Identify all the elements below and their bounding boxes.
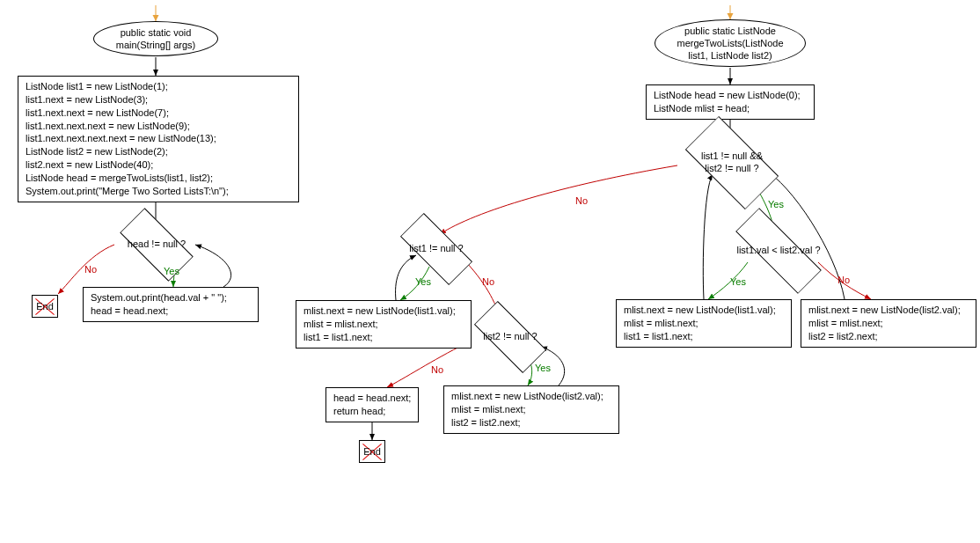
node-text: mlist.next = new ListNode(list2.val); ml… xyxy=(451,391,603,428)
node-text: head != null ? xyxy=(128,238,186,251)
node-merge-ellipse: public static ListNode mergeTwoLists(Lis… xyxy=(655,19,806,67)
node-return-rect: head = head.next; return head; xyxy=(325,387,419,422)
node-main-ellipse: public static void main(String[] args) xyxy=(93,21,218,56)
node-text: End xyxy=(36,301,54,312)
node-text: mlist.next = new ListNode(list1.val); ml… xyxy=(304,305,456,342)
node-list2-null-decision: list2 != null ? xyxy=(457,320,563,354)
node-text: ListNode head = new ListNode(0); ListNod… xyxy=(654,90,801,114)
node-end-merge: End xyxy=(359,440,385,463)
edge-label-yes: Yes xyxy=(164,266,179,276)
node-text: mlist.next = new ListNode(list2.val); ml… xyxy=(808,305,961,341)
node-text: public static ListNode mergeTwoLists(Lis… xyxy=(676,25,783,62)
node-append-list2-val-rect: mlist.next = new ListNode(list2.val); ml… xyxy=(801,299,976,348)
edge-label-yes: Yes xyxy=(535,363,551,373)
edge-label-no: No xyxy=(837,275,850,285)
edge-label-yes: Yes xyxy=(415,276,431,287)
node-text: System.out.print(head.val + " "); head =… xyxy=(91,292,227,316)
edge-label-yes: Yes xyxy=(768,199,784,209)
node-head-null-decision: head != null ? xyxy=(104,227,209,262)
edge-label-no: No xyxy=(575,195,588,206)
node-main-init-rect: ListNode list1 = new ListNode(1); list1.… xyxy=(18,76,299,202)
node-text: head = head.next; return head; xyxy=(333,393,411,416)
node-print-rect: System.out.print(head.val + " "); head =… xyxy=(83,287,259,322)
node-text: list2 != null ? xyxy=(483,331,537,343)
node-end-main: End xyxy=(32,295,58,318)
node-text: list1 != null && list2 != null ? xyxy=(701,150,763,175)
edge-label-yes: Yes xyxy=(730,276,746,287)
edge-label-no: No xyxy=(431,364,443,375)
edge-label-no: No xyxy=(84,264,97,275)
node-val-compare-decision: list1.val < list2.val ? xyxy=(711,234,846,268)
node-text: list1.val < list2.val ? xyxy=(736,245,820,257)
node-text: ListNode list1 = new ListNode(1); list1.… xyxy=(26,81,229,196)
edge-label-no: No xyxy=(482,276,494,287)
node-list2-remainder-rect: mlist.next = new ListNode(list2.val); ml… xyxy=(443,385,619,434)
node-text: End xyxy=(363,446,381,457)
node-text: list1 != null ? xyxy=(409,243,463,255)
node-list1-null-decision: list1 != null ? xyxy=(384,232,489,266)
node-list1-remainder-rect: mlist.next = new ListNode(list1.val); ml… xyxy=(296,300,472,349)
node-both-null-decision: list1 != null && list2 != null ? xyxy=(667,139,797,187)
node-text: mlist.next = new ListNode(list1.val); ml… xyxy=(624,305,776,341)
node-append-list1-val-rect: mlist.next = new ListNode(list1.val); ml… xyxy=(616,299,792,348)
node-text: public static void main(String[] args) xyxy=(116,26,195,52)
node-merge-init-rect: ListNode head = new ListNode(0); ListNod… xyxy=(646,84,815,120)
